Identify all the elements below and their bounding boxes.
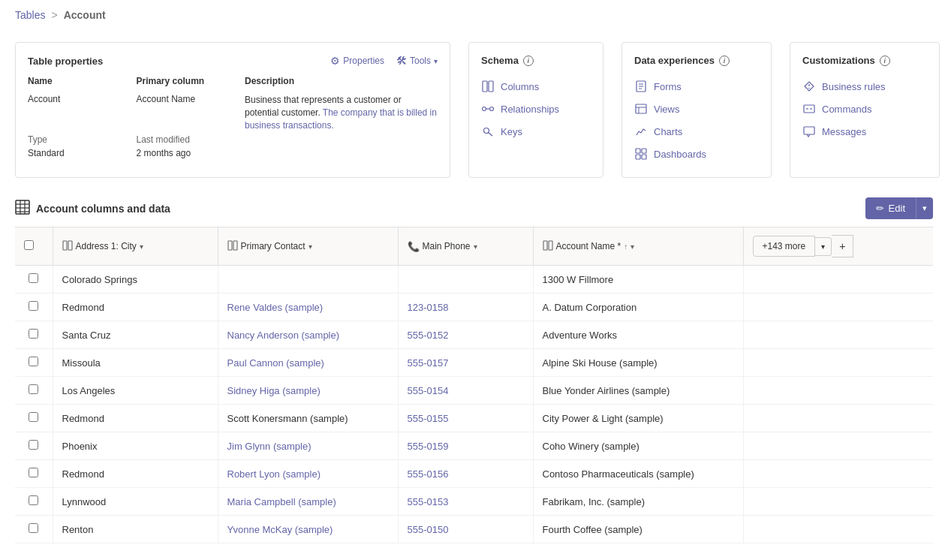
table-props-header: Table properties ⚙ Properties 🛠 Tools ▾ bbox=[28, 55, 438, 67]
row-contact[interactable]: Maria Campbell (sample) bbox=[218, 488, 398, 516]
svg-rect-1 bbox=[489, 81, 493, 92]
row-contact[interactable]: Nancy Anderson (sample) bbox=[218, 321, 398, 349]
svg-rect-0 bbox=[483, 81, 487, 92]
row-city: Los Angeles bbox=[53, 377, 218, 405]
row-checkbox[interactable] bbox=[29, 357, 38, 366]
tools-link[interactable]: 🛠 Tools ▾ bbox=[396, 55, 438, 67]
row-checkbox[interactable] bbox=[29, 495, 38, 505]
keys-link[interactable]: Keys bbox=[481, 120, 591, 143]
messages-link[interactable]: Messages bbox=[802, 120, 927, 143]
row-phone[interactable]: 555-0154 bbox=[398, 377, 533, 405]
row-account: Coho Winery (sample) bbox=[533, 432, 743, 460]
city-col-icon bbox=[62, 240, 73, 253]
svg-line-6 bbox=[489, 133, 493, 137]
data-section: Account columns and data ✏ Edit ▾ bbox=[0, 190, 948, 543]
row-checkbox[interactable] bbox=[29, 301, 38, 311]
th-more[interactable]: +143 more ▾ + bbox=[743, 227, 933, 266]
row-account: Adventure Works bbox=[533, 321, 743, 349]
th-contact[interactable]: Primary Contact ▾ bbox=[218, 227, 398, 266]
customizations-panel: Customizations i Business rules bbox=[790, 42, 940, 178]
row-account: City Power & Light (sample) bbox=[533, 405, 743, 432]
row-city: Missoula bbox=[53, 349, 218, 377]
row-account: Blue Yonder Airlines (sample) bbox=[533, 377, 743, 405]
commands-link[interactable]: Commands bbox=[802, 98, 927, 120]
row-checkbox-cell bbox=[15, 377, 53, 405]
row-contact[interactable]: Paul Cannon (sample) bbox=[218, 349, 398, 377]
data-exp-title: Data experiences i bbox=[634, 55, 759, 66]
edit-chevron-button[interactable]: ▾ bbox=[916, 197, 933, 219]
row-city: Renton bbox=[53, 516, 218, 543]
row-checkbox[interactable] bbox=[29, 273, 38, 283]
row-phone[interactable]: 123-0158 bbox=[398, 294, 533, 321]
row-contact[interactable]: Rene Valdes (sample) bbox=[218, 294, 398, 321]
svg-rect-14 bbox=[636, 149, 640, 153]
more-chevron-button[interactable]: ▾ bbox=[815, 237, 832, 256]
row-extra bbox=[743, 349, 933, 377]
dashboards-link[interactable]: Dashboards bbox=[634, 143, 759, 165]
relationships-icon bbox=[481, 102, 495, 116]
row-checkbox-cell bbox=[15, 432, 53, 460]
prop-desc-value: Business that represents a customer or p… bbox=[245, 94, 438, 131]
views-link[interactable]: Views bbox=[634, 98, 759, 120]
keys-icon bbox=[481, 125, 495, 138]
table-row: LynnwoodMaria Campbell (sample)555-0153F… bbox=[15, 488, 933, 516]
row-phone[interactable]: 555-0152 bbox=[398, 321, 533, 349]
more-columns-button[interactable]: +143 more bbox=[753, 236, 816, 257]
row-phone[interactable]: 555-0150 bbox=[398, 516, 533, 543]
row-phone[interactable]: 555-0153 bbox=[398, 488, 533, 516]
business-rules-link[interactable]: Business rules bbox=[802, 75, 927, 98]
contact-chevron-icon: ▾ bbox=[308, 242, 312, 251]
row-contact[interactable]: Jim Glynn (sample) bbox=[218, 432, 398, 460]
svg-rect-11 bbox=[636, 104, 646, 113]
charts-link[interactable]: Charts bbox=[634, 120, 759, 143]
row-checkbox[interactable] bbox=[29, 384, 38, 394]
svg-rect-30 bbox=[63, 241, 67, 250]
account-sort-icon: ↑ bbox=[624, 242, 627, 251]
row-contact[interactable]: Yvonne McKay (sample) bbox=[218, 516, 398, 543]
business-rules-icon bbox=[802, 80, 816, 93]
row-checkbox[interactable] bbox=[29, 440, 38, 450]
row-checkbox-cell bbox=[15, 460, 53, 488]
prop-primary-value: Account Name bbox=[137, 94, 233, 131]
th-phone[interactable]: 📞 Main Phone ▾ bbox=[398, 227, 533, 266]
row-city: Redmond bbox=[53, 405, 218, 432]
row-city: Santa Cruz bbox=[53, 321, 218, 349]
city-chevron-icon: ▾ bbox=[140, 242, 143, 251]
breadcrumb: Tables > Account bbox=[0, 0, 948, 30]
row-contact[interactable]: Sidney Higa (sample) bbox=[218, 377, 398, 405]
row-checkbox[interactable] bbox=[29, 412, 38, 422]
add-column-button[interactable]: + bbox=[832, 235, 853, 257]
row-checkbox[interactable] bbox=[29, 523, 38, 533]
row-phone[interactable]: 555-0157 bbox=[398, 349, 533, 377]
col-header-desc: Description bbox=[245, 76, 438, 91]
svg-rect-20 bbox=[804, 105, 814, 113]
schema-info-icon: i bbox=[523, 56, 534, 66]
table-row: RedmondScott Konersmann (sample)555-0155… bbox=[15, 405, 933, 432]
row-phone[interactable]: 555-0159 bbox=[398, 432, 533, 460]
row-contact bbox=[218, 266, 398, 294]
row-phone[interactable]: 555-0155 bbox=[398, 405, 533, 432]
th-city[interactable]: Address 1: City ▾ bbox=[53, 227, 218, 266]
row-phone bbox=[398, 266, 533, 294]
edit-button[interactable]: ✏ Edit bbox=[865, 197, 916, 219]
row-checkbox-cell bbox=[15, 349, 53, 377]
row-extra bbox=[743, 516, 933, 543]
breadcrumb-parent[interactable]: Tables bbox=[15, 9, 45, 21]
th-account[interactable]: Account Name * ↑ ▾ bbox=[533, 227, 743, 266]
row-contact[interactable]: Robert Lyon (sample) bbox=[218, 460, 398, 488]
row-checkbox[interactable] bbox=[29, 468, 38, 477]
row-contact: Scott Konersmann (sample) bbox=[218, 405, 398, 432]
relationships-link[interactable]: Relationships bbox=[481, 98, 591, 120]
svg-rect-33 bbox=[233, 241, 237, 250]
columns-link[interactable]: Columns bbox=[481, 75, 591, 98]
forms-link[interactable]: Forms bbox=[634, 75, 759, 98]
row-checkbox[interactable] bbox=[29, 329, 38, 339]
table-row: Los AngelesSidney Higa (sample)555-0154B… bbox=[15, 377, 933, 405]
properties-link[interactable]: ⚙ Properties bbox=[330, 55, 384, 67]
select-all-checkbox[interactable] bbox=[24, 240, 34, 250]
tools-chevron-icon: ▾ bbox=[434, 57, 438, 65]
row-phone[interactable]: 555-0156 bbox=[398, 460, 533, 488]
row-account: Fourth Coffee (sample) bbox=[533, 516, 743, 543]
messages-icon bbox=[802, 125, 816, 138]
table-props-grid: Name Primary column Description Account … bbox=[28, 76, 438, 158]
